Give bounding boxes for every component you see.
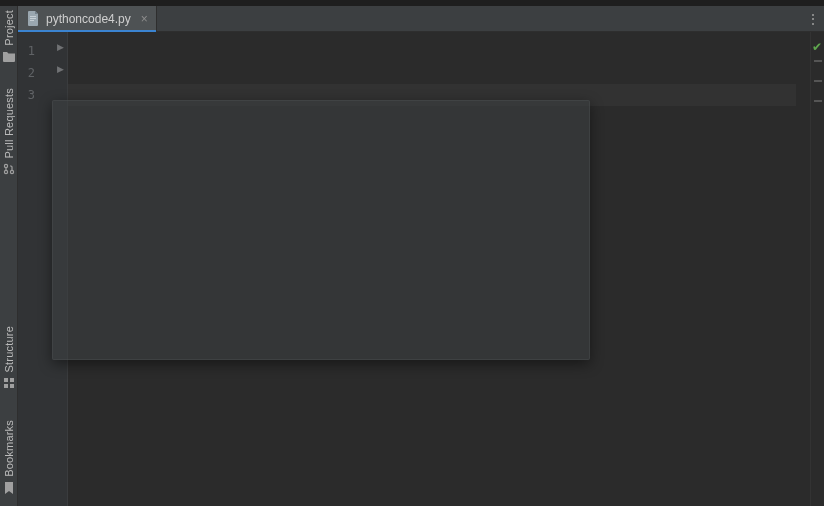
svg-point-2 [10, 171, 13, 174]
svg-rect-3 [4, 378, 8, 382]
svg-rect-5 [4, 384, 8, 388]
rail-item-bookmarks[interactable]: Bookmarks [0, 420, 18, 495]
rail-label: Project [3, 10, 15, 46]
svg-rect-4 [10, 378, 14, 382]
rail-label: Bookmarks [3, 420, 15, 477]
analysis-marker-bar[interactable]: ✔ [810, 32, 824, 506]
fold-toggle-icon[interactable]: ▶ [57, 42, 64, 52]
rail-item-structure[interactable]: Structure [0, 326, 18, 390]
svg-rect-7 [30, 16, 36, 17]
line-number[interactable]: 3 [18, 84, 40, 106]
marker-tick[interactable] [814, 60, 822, 62]
rail-label: Pull Requests [3, 88, 15, 158]
svg-point-1 [4, 171, 7, 174]
tabbar-more[interactable]: ⋮ [802, 6, 824, 31]
svg-rect-8 [30, 18, 36, 19]
more-vertical-icon: ⋮ [806, 12, 820, 26]
left-tool-rail: Project Pull Requests Structure Bookmark… [0, 6, 18, 506]
code-line [68, 32, 810, 54]
fold-toggle-icon[interactable]: ▶ [57, 64, 64, 74]
file-icon [26, 12, 40, 26]
svg-rect-6 [10, 384, 14, 388]
git-pull-request-icon [2, 162, 16, 176]
svg-rect-9 [30, 20, 34, 21]
floating-popup[interactable] [52, 100, 590, 360]
rail-item-pull-requests[interactable]: Pull Requests [0, 88, 18, 176]
marker-tick[interactable] [814, 100, 822, 102]
line-number[interactable]: 1 [18, 40, 40, 62]
structure-icon [2, 376, 16, 390]
tab-filename: pythoncode4.py [46, 12, 131, 26]
line-number[interactable]: 2 [18, 62, 40, 84]
rail-item-project[interactable]: Project [0, 10, 18, 64]
folder-icon [2, 50, 16, 64]
gutter-line-numbers: 1 2 3 [18, 32, 40, 506]
rail-label: Structure [3, 326, 15, 372]
bookmark-icon [2, 481, 16, 495]
svg-point-0 [4, 165, 7, 168]
close-icon[interactable]: × [141, 12, 148, 26]
marker-tick[interactable] [814, 80, 822, 82]
editor-tabbar: pythoncode4.py × ⋮ [18, 6, 824, 32]
analysis-ok-icon: ✔ [812, 40, 822, 54]
editor-tab[interactable]: pythoncode4.py × [18, 6, 157, 31]
code-line [68, 54, 810, 76]
